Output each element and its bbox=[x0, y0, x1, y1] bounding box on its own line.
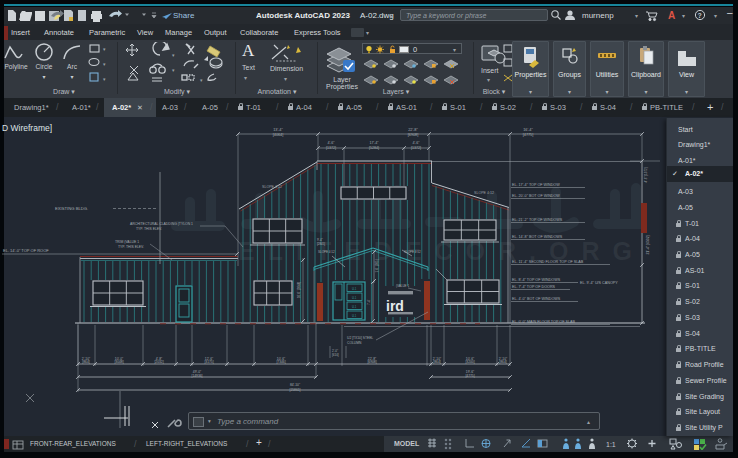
svg-text:4'-6": 4'-6" bbox=[412, 141, 420, 145]
svg-text:21'-4" [6502]: 21'-4" [6502] bbox=[646, 235, 650, 254]
svg-text:ird: ird bbox=[386, 298, 404, 314]
svg-text:[25861]: [25861] bbox=[290, 388, 301, 392]
svg-text:EL. 14'-0" TOP OF ROOF: EL. 14'-0" TOP OF ROOF bbox=[3, 248, 49, 253]
svg-text:22'-8": 22'-8" bbox=[408, 128, 418, 132]
svg-text:[6908]: [6908] bbox=[367, 360, 376, 364]
svg-text:TRIM (VALUE 1: TRIM (VALUE 1 bbox=[115, 240, 139, 244]
svg-text:EL. 8'-4" TOP OF WINDOWS: EL. 8'-4" TOP OF WINDOWS bbox=[512, 278, 561, 282]
svg-text:EL. 14'-8" BOT OF WINDOWS: EL. 14'-8" BOT OF WINDOWS bbox=[512, 235, 563, 239]
svg-text:SLOPE 4:12: SLOPE 4:12 bbox=[318, 250, 335, 254]
svg-text:[7346]: [7346] bbox=[276, 360, 285, 364]
svg-text:[6908]: [6908] bbox=[408, 133, 419, 137]
svg-text:4'-6": 4'-6" bbox=[327, 141, 335, 145]
svg-text:[864]: [864] bbox=[499, 360, 506, 364]
svg-text:EL. 21'-2" TOP OF WINDOWS: EL. 21'-2" TOP OF WINDOWS bbox=[512, 218, 563, 222]
svg-text:EL. 11'-4" SECOND FLOOR TOP: EL. 11'-4" SECOND FLOOR TOP OF SLAB bbox=[512, 260, 584, 264]
svg-text:U-1: U-1 bbox=[352, 305, 357, 309]
svg-text:EL. 9'-4" U/S CANOPY: EL. 9'-4" U/S CANOPY bbox=[580, 281, 618, 285]
svg-text:[4775]: [4775] bbox=[523, 133, 534, 137]
svg-text:EL. 20'-0" BOT OF WINDOW: EL. 20'-0" BOT OF WINDOW bbox=[512, 194, 560, 198]
svg-text:10'-0" [3048]: 10'-0" [3048] bbox=[297, 282, 301, 298]
svg-text:COLUMN: COLUMN bbox=[347, 341, 362, 345]
svg-text:[1372]: [1372] bbox=[326, 146, 336, 150]
svg-text:EXISTING BLDG.: EXISTING BLDG. bbox=[55, 206, 88, 211]
svg-text:U2 [TX10] STEEL: U2 [TX10] STEEL bbox=[347, 336, 373, 340]
svg-text:SLOPE 4:12: SLOPE 4:12 bbox=[262, 185, 282, 189]
svg-text:U-1: U-1 bbox=[352, 287, 357, 291]
svg-text:[3175]: [3175] bbox=[204, 360, 213, 364]
svg-text:(VALUE 1: (VALUE 1 bbox=[396, 284, 409, 288]
svg-text:[14936]: [14936] bbox=[192, 374, 203, 378]
svg-text:D Wireframe]: D Wireframe] bbox=[2, 123, 52, 133]
svg-text:U-1: U-1 bbox=[352, 314, 357, 318]
svg-text:[2845]: [2845] bbox=[317, 242, 325, 246]
svg-text:4'-6" [1372]: 4'-6" [1372] bbox=[644, 167, 648, 182]
svg-text:TYP. THIS ELEV.: TYP. THIS ELEV. bbox=[136, 227, 162, 231]
svg-text:[2032]: [2032] bbox=[154, 360, 163, 364]
svg-text:EL. 0'-0" MAIN FLOOR TOP OF: EL. 0'-0" MAIN FLOOR TOP OF SLAB bbox=[512, 320, 575, 324]
svg-text:16'-4": 16'-4" bbox=[523, 128, 533, 132]
svg-text:[864]: [864] bbox=[433, 360, 440, 364]
svg-text:TYP. THIS ELEV.: TYP. THIS ELEV. bbox=[118, 245, 144, 249]
svg-text:1'-0" [305]: 1'-0" [305] bbox=[375, 259, 379, 272]
svg-text:[3200]: [3200] bbox=[465, 360, 474, 364]
svg-text:[610]: [610] bbox=[332, 353, 339, 357]
svg-text:[3048]: [3048] bbox=[114, 360, 123, 364]
svg-text:13'-4": 13'-4" bbox=[273, 128, 283, 132]
svg-text:[4775]: [4775] bbox=[465, 374, 474, 378]
svg-text:[1372]: [1372] bbox=[411, 146, 421, 150]
svg-text:7'-4": 7'-4" bbox=[367, 299, 371, 305]
svg-text:[864]: [864] bbox=[82, 360, 89, 364]
svg-text:EL. 17'-4" TOP OF WINDOW: EL. 17'-4" TOP OF WINDOW bbox=[512, 183, 560, 187]
svg-text:EL. 7'-4" TOP OF DOORS: EL. 7'-4" TOP OF DOORS bbox=[512, 285, 556, 289]
svg-text:[4064]: [4064] bbox=[273, 133, 284, 137]
svg-text:17'-4": 17'-4" bbox=[369, 141, 379, 145]
svg-text:U-1: U-1 bbox=[352, 296, 357, 300]
svg-text:84'-10": 84'-10" bbox=[290, 383, 301, 387]
svg-text:SLOPE 4:12: SLOPE 4:12 bbox=[474, 191, 494, 195]
svg-text:EL. 4'-0" BOT OF WINDOWS: EL. 4'-0" BOT OF WINDOWS bbox=[512, 297, 561, 301]
svg-text:[5284]: [5284] bbox=[369, 146, 379, 150]
svg-text:ARCHITECTURAL CLADDING (TYLON: ARCHITECTURAL CLADDING (TYLON 1 bbox=[130, 222, 193, 226]
